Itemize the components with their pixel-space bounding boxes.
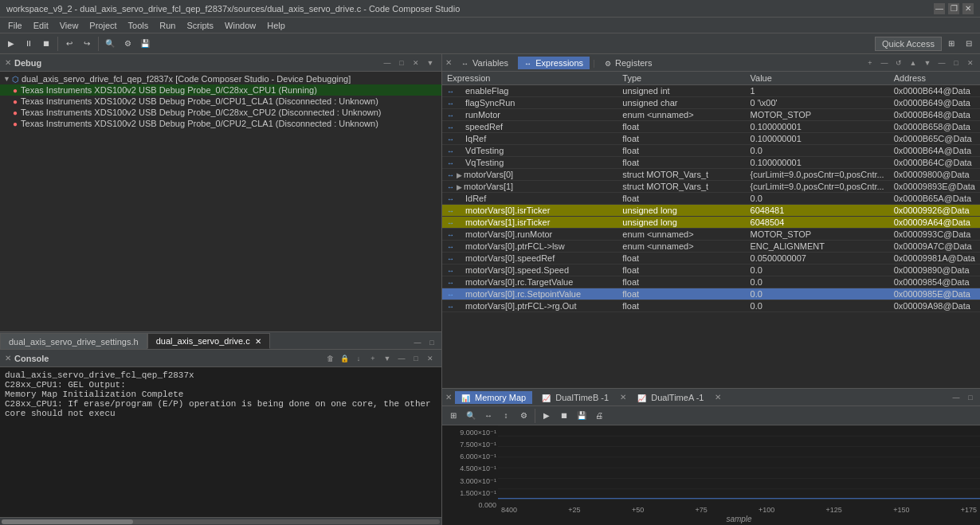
chart-tool-3[interactable]: ↔	[480, 408, 496, 424]
table-row[interactable]: ↔enableFlagunsigned int10x0000B644@Data	[442, 85, 980, 97]
debug-tree-root[interactable]: ▼ ⬡ dual_axis_servo_drive_fcl_qep_f2837x…	[0, 73, 441, 84]
menu-item-window[interactable]: Window	[220, 19, 261, 32]
var-remove-btn[interactable]: —	[878, 57, 891, 69]
var-add-btn[interactable]: +	[864, 57, 876, 69]
debug-minimize-btn[interactable]: —	[381, 57, 394, 69]
chart-tool-2[interactable]: 🔍	[463, 408, 479, 424]
menu-item-help[interactable]: Help	[262, 19, 290, 32]
table-row[interactable]: ↔motorVars[0].ptrFCL->rg.Outfloat0.00x00…	[442, 300, 980, 312]
debug-close-btn[interactable]: ✕	[410, 57, 422, 69]
console-content[interactable]: dual_axis_servo_drive_fcl_qep_f2837x C28…	[0, 367, 441, 517]
chart-tab-dualtimea[interactable]: 📈 DualTimeA -1	[631, 391, 710, 404]
toolbar-layout-btn[interactable]: ⊞	[943, 36, 959, 52]
toolbar-btn-1[interactable]: ▶	[3, 36, 19, 52]
toolbar-btn-8[interactable]: 💾	[137, 36, 153, 52]
menu-item-view[interactable]: View	[55, 19, 84, 32]
quick-access-button[interactable]: Quick Access	[875, 37, 942, 51]
type-cell: enum <unnamed>	[617, 229, 745, 241]
var-maximize-btn[interactable]: □	[950, 57, 962, 69]
variables-table[interactable]: Expression Type Value Address ↔enableFla…	[442, 72, 980, 388]
toolbar-btn-5[interactable]: ↪	[79, 36, 95, 52]
tab-variables[interactable]: ↔ Variables	[455, 57, 515, 69]
chart-tool-9[interactable]: 🖨	[591, 408, 607, 424]
editor-tab-settings[interactable]: dual_axis_servo_drive_settings.h	[0, 333, 147, 349]
console-minimize-btn[interactable]: —	[395, 352, 408, 365]
var-minimize-btn[interactable]: —	[935, 57, 948, 69]
menu-item-project[interactable]: Project	[84, 19, 121, 32]
address-cell: 0x00009890@Data	[889, 264, 980, 276]
console-clear-btn[interactable]: 🗑	[323, 352, 336, 365]
table-row[interactable]: ↔VdTestingfloat0.00x0000B64A@Data	[442, 145, 980, 157]
table-row[interactable]: ↔motorVars[0].isrTickerunsigned long6048…	[442, 205, 980, 217]
toolbar-btn-7[interactable]: ⚙	[120, 36, 135, 52]
menu-item-file[interactable]: File	[3, 19, 27, 32]
table-row[interactable]: ↔▶motorVars[0]struct MOTOR_Vars_t{curLim…	[442, 169, 980, 181]
console-scroll-btn[interactable]: ↓	[352, 352, 365, 365]
table-row[interactable]: ↔motorVars[0].rc.SetpointValuefloat0.00x…	[442, 288, 980, 300]
chart-tool-4[interactable]: ↕	[498, 408, 514, 424]
col-value[interactable]: Value	[746, 72, 889, 85]
table-row[interactable]: ↔motorVars[0].speed.Speedfloat0.00x00009…	[442, 264, 980, 276]
debug-more-btn[interactable]: ▼	[424, 57, 437, 69]
restore-button[interactable]: ❐	[948, 3, 959, 14]
editor-minimize-btn[interactable]: —	[411, 336, 424, 349]
table-row[interactable]: ↔IqReffloat0.1000000010x0000B65C@Data	[442, 133, 980, 145]
chart-tool-1[interactable]: ⊞	[445, 408, 461, 424]
chart-tool-7[interactable]: ⏹	[556, 408, 572, 424]
console-new-btn[interactable]: +	[367, 352, 379, 365]
var-collapse-btn[interactable]: ▲	[907, 57, 919, 69]
table-row[interactable]: ↔▶motorVars[1]struct MOTOR_Vars_t{curLim…	[442, 181, 980, 193]
console-lock-btn[interactable]: 🔒	[338, 352, 351, 365]
console-scrollbar[interactable]	[0, 517, 441, 525]
debug-cpu1-cla1[interactable]: ● Texas Instruments XDS100v2 USB Debug P…	[0, 96, 441, 107]
editor-tab-close[interactable]: ✕	[255, 337, 261, 346]
debug-cpu2-cla1[interactable]: ● Texas Instruments XDS100v2 USB Debug P…	[0, 118, 441, 129]
menu-item-scripts[interactable]: Scripts	[182, 19, 218, 32]
debug-cpu1-running[interactable]: ● Texas Instruments XDS100v2 USB Debug P…	[0, 84, 441, 96]
tab-expressions[interactable]: ↔ Expressions	[518, 57, 590, 69]
toolbar-btn-2[interactable]: ⏸	[21, 36, 37, 52]
chart-maximize-btn[interactable]: □	[964, 391, 977, 404]
table-row[interactable]: ↔motorVars[1].isrTickerunsigned long6048…	[442, 217, 980, 229]
col-type[interactable]: Type	[617, 72, 745, 85]
chart-minimize-btn[interactable]: —	[950, 391, 962, 404]
table-row[interactable]: ↔motorVars[0].rc.TargetValuefloat0.00x00…	[442, 276, 980, 288]
col-address[interactable]: Address	[889, 72, 980, 85]
toolbar-btn-3[interactable]: ⏹	[38, 36, 54, 52]
menu-item-run[interactable]: Run	[155, 19, 180, 32]
console-scrollbar-thumb[interactable]	[2, 519, 133, 524]
editor-maximize-btn[interactable]: □	[425, 336, 438, 349]
var-close-btn[interactable]: ✕	[964, 57, 977, 69]
table-row[interactable]: ↔motorVars[0].speedReffloat0.05000000070…	[442, 253, 980, 264]
toolbar-btn-4[interactable]: ↩	[61, 36, 77, 52]
table-row[interactable]: ↔runMotorenum <unnamed>MOTOR_STOP0x0000B…	[442, 109, 980, 121]
minimize-button[interactable]: —	[934, 3, 945, 14]
menu-item-edit[interactable]: Edit	[29, 19, 53, 32]
menu-item-tools[interactable]: Tools	[123, 19, 154, 32]
var-refresh-btn[interactable]: ↺	[892, 57, 905, 69]
var-more-btn[interactable]: ▼	[921, 57, 934, 69]
tab-registers[interactable]: ⚙ Registers	[598, 57, 659, 69]
table-row[interactable]: ↔speedReffloat0.1000000010x0000B658@Data	[442, 121, 980, 133]
table-row[interactable]: ↔motorVars[0].ptrFCL->lswenum <unnamed>E…	[442, 241, 980, 253]
table-row[interactable]: ↔VqTestingfloat0.1000000010x0000B64C@Dat…	[442, 157, 980, 169]
toolbar-btn-6[interactable]: 🔍	[102, 36, 118, 52]
toolbar-view-btn[interactable]: ⊟	[961, 36, 977, 52]
table-row[interactable]: ↔motorVars[0].runMotorenum <unnamed>MOTO…	[442, 229, 980, 241]
table-row[interactable]: ↔flagSyncRununsigned char0 '\x00'0x0000B…	[442, 97, 980, 109]
debug-cpu2[interactable]: ● Texas Instruments XDS100v2 USB Debug P…	[0, 107, 441, 118]
close-button[interactable]: ✕	[962, 3, 974, 14]
chart-tool-5[interactable]: ⚙	[515, 408, 531, 424]
console-maximize-btn[interactable]: □	[410, 352, 422, 365]
col-expression[interactable]: Expression	[442, 72, 617, 85]
editor-tab-drive[interactable]: dual_axis_servo_drive.c ✕	[147, 333, 270, 349]
chart-tab-dualtimeb[interactable]: 📈 DualTimeB -1	[535, 391, 615, 404]
table-row[interactable]: ↔IdReffloat0.00x0000B65A@Data	[442, 193, 980, 205]
console-close-btn[interactable]: ✕	[424, 352, 437, 365]
console-more-btn[interactable]: ▼	[381, 352, 394, 365]
chart-tool-8[interactable]: 💾	[574, 408, 590, 424]
chart-tab-memory-map[interactable]: 📊 Memory Map	[455, 391, 532, 404]
chart-plot[interactable]: 8400 +25 +50 +75 +100 +125 +150 +175 sam…	[498, 425, 980, 525]
debug-maximize-btn[interactable]: □	[395, 57, 408, 69]
chart-tool-6[interactable]: ▶	[539, 408, 555, 424]
